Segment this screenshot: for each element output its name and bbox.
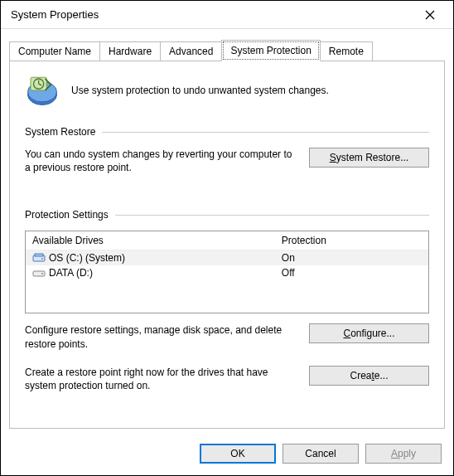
section-header-system-restore: System Restore [25, 126, 429, 138]
section-label: System Restore [25, 126, 102, 138]
system-restore-button[interactable]: System Restore... [309, 148, 429, 168]
system-restore-row: You can undo system changes by reverting… [25, 148, 429, 174]
drive-icon [32, 253, 46, 263]
tab-remote[interactable]: Remote [320, 41, 373, 61]
create-button[interactable]: Create... [309, 366, 429, 386]
configure-row: Configure restore settings, manage disk … [25, 323, 429, 350]
column-header-drives[interactable]: Available Drives [32, 235, 282, 246]
column-header-protection[interactable]: Protection [282, 235, 422, 246]
section-header-protection-settings: Protection Settings [25, 209, 429, 221]
svg-rect-9 [35, 254, 43, 256]
drive-icon [32, 268, 46, 278]
section-label: Protection Settings [25, 209, 115, 221]
tab-advanced[interactable]: Advanced [160, 41, 222, 61]
tabstrip: Computer Name Hardware Advanced System P… [9, 40, 445, 61]
close-icon [425, 10, 435, 20]
divider [102, 132, 429, 133]
intro-row: Use system protection to undo unwanted s… [25, 73, 429, 108]
tab-page-system-protection: Use system protection to undo unwanted s… [9, 61, 445, 429]
divider [115, 215, 429, 216]
titlebar: System Properties [1, 1, 453, 29]
tab-system-protection[interactable]: System Protection [221, 40, 320, 61]
apply-button[interactable]: Apply [365, 444, 442, 464]
create-desc: Create a restore point right now for the… [25, 366, 292, 392]
drive-row[interactable]: OS (C:) (System) On [26, 250, 428, 265]
tab-computer-name[interactable]: Computer Name [9, 41, 100, 61]
svg-point-10 [41, 258, 43, 260]
drive-protection: On [282, 252, 422, 264]
available-drives-list[interactable]: Available Drives Protection OS (C:) (Sys… [25, 231, 429, 313]
configure-desc: Configure restore settings, manage disk … [25, 323, 292, 350]
drives-header-row: Available Drives Protection [26, 231, 428, 250]
drive-row[interactable]: DATA (D:) Off [26, 265, 428, 280]
drive-label: OS (C:) (System) [49, 252, 282, 264]
system-protection-icon [25, 73, 60, 108]
drive-protection: Off [282, 267, 422, 279]
tab-hardware[interactable]: Hardware [99, 41, 161, 61]
configure-button[interactable]: Configure... [309, 323, 429, 343]
close-button[interactable] [413, 2, 447, 27]
svg-point-12 [41, 273, 43, 274]
dialog-footer: OK Cancel Apply [1, 435, 453, 475]
system-properties-window: System Properties Computer Name Hardware… [0, 0, 454, 476]
window-title: System Properties [11, 8, 413, 21]
content-area: Computer Name Hardware Advanced System P… [1, 29, 453, 435]
drive-label: DATA (D:) [49, 267, 282, 279]
cancel-button[interactable]: Cancel [283, 444, 359, 464]
system-restore-desc: You can undo system changes by reverting… [25, 148, 292, 174]
intro-text: Use system protection to undo unwanted s… [71, 85, 329, 96]
create-row: Create a restore point right now for the… [25, 366, 429, 392]
ok-button[interactable]: OK [200, 444, 276, 464]
